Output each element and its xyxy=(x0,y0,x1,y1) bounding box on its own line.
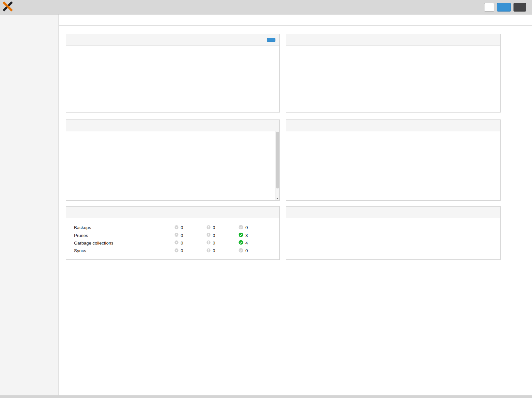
ok-icon xyxy=(238,225,243,231)
ok-icon xyxy=(238,240,243,246)
scrollbar-down-arrow-icon[interactable] xyxy=(276,198,279,199)
summary-row-prunes: Prunes003 xyxy=(66,231,279,239)
documentation-button[interactable] xyxy=(484,3,494,12)
error-icon xyxy=(174,240,179,246)
summary-errors: 0 xyxy=(174,225,206,230)
scrollbar-thumb[interactable] xyxy=(276,132,279,188)
error-icon xyxy=(174,248,179,253)
summary-label: Backups xyxy=(66,225,174,230)
longest-tasks-panel xyxy=(66,119,280,201)
summary-label: Syncs xyxy=(66,248,174,253)
sidebar xyxy=(0,15,59,395)
proxmox-x-logo-icon xyxy=(3,1,13,13)
ok-icon xyxy=(238,232,243,238)
summary-ok: 4 xyxy=(238,240,270,246)
summary-errors: 0 xyxy=(174,248,206,253)
warning-icon xyxy=(206,248,211,253)
summary-warnings: 0 xyxy=(206,225,238,230)
datastore-table-header xyxy=(286,46,500,55)
datastore-usage-panel xyxy=(286,34,501,113)
summary-warnings: 0 xyxy=(206,248,238,253)
summary-ok: 0 xyxy=(238,225,270,231)
summary-row-garbage-collections: Garbage collections004 xyxy=(66,239,279,247)
summary-label: Prunes xyxy=(66,233,174,238)
task-summary-panel: Backups000Prunes003Garbage collections00… xyxy=(66,206,280,260)
page-title xyxy=(59,15,532,26)
summary-row-syncs: Syncs000 xyxy=(66,247,279,254)
error-icon xyxy=(174,225,179,230)
datastore-empty-text xyxy=(286,55,500,64)
main-area: Backups000Prunes003Garbage collections00… xyxy=(59,15,532,395)
summary-row-backups: Backups000 xyxy=(66,224,279,231)
task-list-scrollbar[interactable] xyxy=(275,131,279,200)
warning-icon xyxy=(206,240,211,246)
warning-icon xyxy=(206,225,211,230)
ok-icon xyxy=(238,248,243,254)
summary-warnings: 0 xyxy=(206,240,238,246)
tasks-button[interactable] xyxy=(497,3,511,12)
server-resources-panel xyxy=(66,34,280,113)
summary-label: Garbage collections xyxy=(66,241,174,246)
warning-icon xyxy=(206,233,211,238)
proxmox-logo xyxy=(3,1,14,13)
summary-errors: 0 xyxy=(174,240,206,246)
subscription-panel xyxy=(286,206,501,260)
summary-errors: 0 xyxy=(174,233,206,238)
summary-warnings: 0 xyxy=(206,233,238,238)
show-fingerprint-button[interactable] xyxy=(267,38,275,42)
summary-ok: 0 xyxy=(238,248,270,254)
top-bar xyxy=(0,0,532,15)
user-menu-button[interactable] xyxy=(514,3,526,12)
error-icon xyxy=(174,233,179,238)
running-tasks-empty-text xyxy=(286,131,500,140)
summary-ok: 3 xyxy=(238,232,270,238)
running-tasks-panel xyxy=(286,119,501,201)
